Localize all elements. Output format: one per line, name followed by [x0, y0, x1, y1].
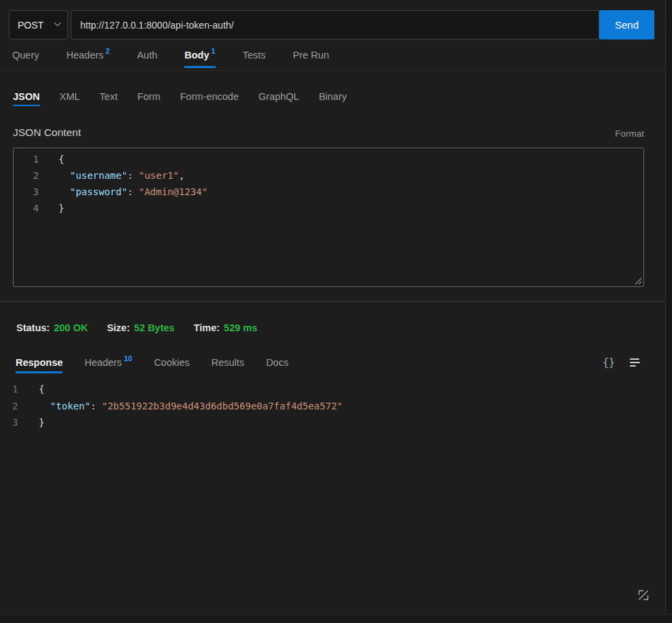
code-token: "user1" — [139, 170, 179, 181]
status-item: Size:52 Bytes — [107, 322, 175, 333]
status-item-label: Status: — [16, 322, 50, 333]
tab-form-encode[interactable]: Form-encode — [180, 84, 239, 109]
tab-label: Response — [16, 357, 63, 368]
menu-lines-icon[interactable] — [630, 358, 649, 367]
tab-text[interactable]: Text — [99, 84, 118, 109]
line-number: 3 — [0, 414, 27, 431]
tab-tests[interactable]: Tests — [243, 39, 266, 70]
tab-headers[interactable]: Headers10 — [84, 350, 132, 375]
line-number: 2 — [14, 167, 39, 184]
resize-diagonal-icon[interactable] — [635, 586, 652, 604]
tab-headers[interactable]: Headers2 — [67, 39, 110, 70]
tab-label: Pre Run — [293, 50, 329, 61]
response-status-bar: Status:200 OKSize:52 BytesTime:529 ms — [0, 302, 665, 333]
code-token: : — [90, 401, 102, 411]
status-item: Time:529 ms — [194, 322, 258, 333]
line-number: 4 — [14, 200, 39, 216]
line-number: 3 — [14, 184, 39, 200]
body-header: JSON Content Format — [0, 109, 665, 139]
tab-graphql[interactable]: GraphQL — [258, 84, 299, 109]
tab-pre-run[interactable]: Pre Run — [293, 39, 329, 70]
tab-label: Headers — [67, 50, 104, 61]
tab-auth[interactable]: Auth — [137, 39, 157, 70]
scrollbar-gutter — [665, 0, 672, 614]
request-tabs: QueryHeaders2AuthBody1TestsPre Run — [0, 39, 665, 71]
line-number: 1 — [14, 151, 39, 167]
tab-label: Body — [184, 50, 209, 61]
tab-binary[interactable]: Binary — [319, 84, 347, 109]
response-tabs: ResponseHeaders10CookiesResultsDocs {} — [0, 350, 665, 375]
code-token: { — [58, 154, 64, 165]
tab-label: JSON — [13, 91, 40, 102]
tab-label: Form-encode — [180, 91, 239, 102]
send-button[interactable]: Send — [599, 10, 654, 39]
method-dropdown[interactable]: POST — [9, 10, 68, 39]
status-item-value: 529 ms — [224, 322, 257, 333]
status-item: Status:200 OK — [16, 322, 88, 333]
code-line: 1{ — [14, 151, 643, 167]
code-line: 2 "token": "2b551922b3d9e4d43d6dbd569e0a… — [0, 398, 665, 415]
line-number: 2 — [0, 398, 27, 415]
status-item-value: 52 Bytes — [134, 322, 175, 333]
code-token: "password" — [70, 186, 127, 197]
code-token: } — [58, 203, 64, 214]
tab-label: Results — [212, 357, 244, 368]
tab-label: Query — [12, 50, 39, 61]
body-type-tabs: JSONXMLTextFormForm-encodeGraphQLBinary — [0, 84, 665, 109]
tab-label: Cookies — [154, 357, 189, 368]
code-token — [39, 401, 50, 411]
code-text: "password": "Admin@1234" — [39, 184, 207, 200]
tab-results[interactable]: Results — [212, 350, 244, 375]
code-token: "username" — [70, 170, 127, 181]
code-text: "token": "2b551922b3d9e4d43d6dbd569e0a7f… — [27, 398, 343, 415]
response-body-viewer: 1{2 "token": "2b551922b3d9e4d43d6dbd569e… — [0, 375, 665, 431]
tab-label: GraphQL — [258, 91, 299, 102]
code-token: { — [39, 384, 44, 394]
tab-count-badge: 1 — [212, 47, 216, 55]
format-button[interactable]: Format — [615, 129, 644, 139]
code-line: 2 "username": "user1", — [14, 167, 643, 184]
method-label: POST — [18, 20, 44, 31]
tab-label: Form — [137, 91, 161, 102]
code-line: 1{ — [0, 381, 665, 398]
code-token: } — [39, 417, 44, 428]
code-token: "2b551922b3d9e4d43d6dbd569e0a7faf4d5ea57… — [102, 401, 343, 411]
tab-docs[interactable]: Docs — [266, 350, 288, 375]
code-token — [58, 186, 70, 197]
code-text: "username": "user1", — [39, 167, 184, 184]
code-text: { — [39, 151, 64, 167]
json-body-editor[interactable]: 1{2 "username": "user1",3 "password": "A… — [13, 148, 644, 287]
response-toolbar: {} — [603, 356, 649, 369]
code-text: } — [39, 200, 64, 216]
status-item-value: 200 OK — [54, 322, 88, 333]
tab-label: Docs — [266, 357, 288, 368]
code-token: : — [127, 186, 139, 197]
curly-braces-icon[interactable]: {} — [603, 356, 615, 369]
tab-label: Tests — [243, 50, 266, 61]
tab-form[interactable]: Form — [137, 84, 161, 109]
json-content-title: JSON Content — [13, 127, 81, 139]
tab-xml[interactable]: XML — [60, 84, 80, 109]
code-text: { — [27, 381, 44, 398]
textarea-resize-grip-icon[interactable] — [633, 276, 642, 285]
status-item-label: Time: — [194, 322, 220, 333]
code-token: "Admin@1234" — [139, 186, 207, 197]
code-line: 3 "password": "Admin@1234" — [14, 184, 643, 200]
tab-json[interactable]: JSON — [13, 84, 40, 109]
code-line: 4} — [14, 200, 643, 216]
request-bar: POST Send — [0, 0, 665, 39]
tab-cookies[interactable]: Cookies — [154, 350, 189, 375]
tab-count-badge: 10 — [124, 354, 132, 363]
status-item-label: Size: — [107, 322, 130, 333]
tab-query[interactable]: Query — [12, 39, 39, 70]
window-bottom-bar — [0, 614, 672, 623]
response-tab-list: ResponseHeaders10CookiesResultsDocs — [16, 350, 288, 375]
rest-client-panel: POST Send QueryHeaders2AuthBody1TestsPre… — [0, 0, 665, 614]
code-token: : — [127, 170, 139, 181]
tab-label: Binary — [319, 91, 347, 102]
tab-label: XML — [60, 91, 80, 102]
code-text: } — [27, 414, 44, 431]
url-input[interactable] — [71, 10, 599, 39]
tab-response[interactable]: Response — [16, 350, 63, 375]
tab-body[interactable]: Body1 — [184, 39, 215, 70]
